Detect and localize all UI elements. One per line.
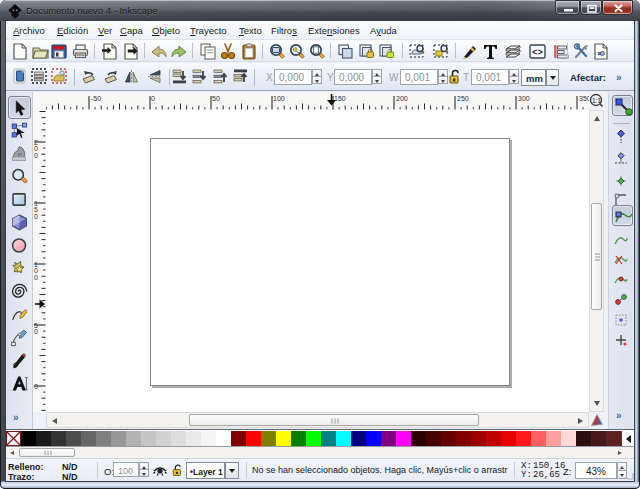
svg-text:0: 0 xyxy=(34,152,38,159)
svg-text:0: 0 xyxy=(151,95,155,102)
svg-text:<>: <> xyxy=(532,48,543,58)
svg-text:0: 0 xyxy=(34,267,38,274)
svg-text:0: 0 xyxy=(34,274,38,281)
svg-text:300: 300 xyxy=(518,95,530,102)
svg-text:150: 150 xyxy=(334,95,346,102)
svg-text:200: 200 xyxy=(396,95,408,102)
svg-text:0: 0 xyxy=(34,213,38,220)
svg-text:250: 250 xyxy=(457,95,469,102)
svg-text:0: 0 xyxy=(34,383,38,390)
svg-text:-50: -50 xyxy=(91,95,101,102)
svg-text:0: 0 xyxy=(34,145,38,152)
svg-text:50: 50 xyxy=(212,95,220,102)
svg-text:350: 350 xyxy=(579,95,589,102)
svg-text:1:1: 1:1 xyxy=(592,97,601,104)
svg-text:100: 100 xyxy=(273,95,285,102)
svg-text:0: 0 xyxy=(34,328,38,335)
svg-text:5: 5 xyxy=(34,206,38,213)
